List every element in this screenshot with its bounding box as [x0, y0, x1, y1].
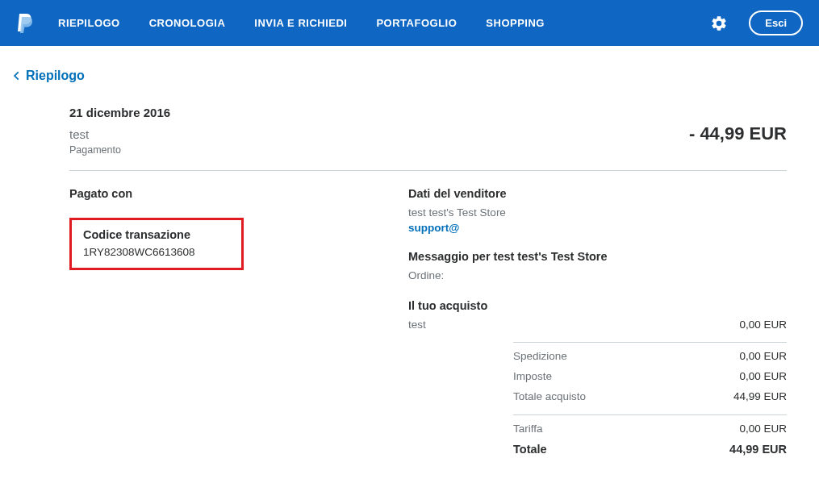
summary-fee-label: Tariffa	[513, 423, 543, 435]
summary-tax-value: 0,00 EUR	[739, 370, 787, 382]
seller-details-title: Dati del venditore	[408, 187, 787, 200]
summary-fee-value: 0,00 EUR	[739, 423, 787, 435]
chevron-left-icon	[11, 70, 23, 81]
back-link-label: Riepilogo	[26, 69, 85, 83]
transaction-date: 21 dicembre 2016	[69, 106, 170, 119]
left-column: Pagato con Codice transazione 1RY82308WC…	[69, 187, 408, 460]
paypal-logo[interactable]	[15, 12, 34, 35]
seller-email-link[interactable]: support@	[408, 222, 787, 234]
transaction-header: 21 dicembre 2016 test Pagamento - 44,99 …	[69, 106, 787, 171]
transaction-code-highlight: Codice transazione 1RY82308WC6613608	[69, 218, 244, 270]
paypal-logo-icon	[15, 12, 34, 35]
purchase-block: Il tuo acquisto test 0,00 EUR	[408, 299, 787, 331]
summary-divider-top	[513, 342, 787, 343]
transaction-amount: - 44,99 EUR	[689, 106, 787, 144]
gear-icon	[710, 15, 728, 32]
summary-subtotal-label: Totale acquisto	[513, 390, 586, 402]
transaction-columns: Pagato con Codice transazione 1RY82308WC…	[69, 171, 787, 460]
top-navigation: RIEPILOGO CRONOLOGIA INVIA E RICHIEDI PO…	[0, 0, 819, 46]
summary-shipping-label: Spedizione	[513, 350, 567, 362]
nav-menu: RIEPILOGO CRONOLOGIA INVIA E RICHIEDI PO…	[58, 17, 545, 29]
transaction-type: Pagamento	[69, 144, 170, 156]
logout-button[interactable]: Esci	[749, 10, 803, 35]
message-block: Messaggio per test test's Test Store Ord…	[408, 250, 787, 281]
summary-subtotal-value: 44,99 EUR	[733, 390, 787, 402]
purchase-item-name: test	[408, 319, 426, 331]
paid-with-title: Pagato con	[69, 187, 408, 200]
back-link[interactable]: Riepilogo	[0, 46, 819, 83]
summary-tax: Imposte 0,00 EUR	[513, 366, 787, 386]
nav-send-request[interactable]: INVIA E RICHIEDI	[254, 17, 347, 29]
nav-summary[interactable]: RIEPILOGO	[58, 17, 120, 29]
transaction-header-left: 21 dicembre 2016 test Pagamento	[69, 106, 170, 156]
summary-divider-mid	[513, 414, 787, 415]
seller-details: Dati del venditore test test's Test Stor…	[408, 187, 787, 234]
summary-shipping-value: 0,00 EUR	[739, 350, 787, 362]
transaction-code-title: Codice transazione	[83, 228, 230, 241]
settings-button[interactable]	[710, 15, 728, 32]
nav-right-controls: Esci	[710, 10, 803, 35]
summary-total-value: 44,99 EUR	[729, 443, 787, 456]
transaction-detail: 21 dicembre 2016 test Pagamento - 44,99 …	[0, 83, 819, 460]
purchase-title: Il tuo acquisto	[408, 299, 787, 312]
summary-fee: Tariffa 0,00 EUR	[513, 419, 787, 439]
transaction-merchant: test	[69, 127, 170, 141]
nav-wallet[interactable]: PORTAFOGLIO	[376, 17, 457, 29]
order-label: Ordine:	[408, 269, 787, 281]
summary-table: Spedizione 0,00 EUR Imposte 0,00 EUR Tot…	[513, 342, 787, 460]
right-column: Dati del venditore test test's Test Stor…	[408, 187, 787, 460]
summary-tax-label: Imposte	[513, 370, 552, 382]
seller-name: test test's Test Store	[408, 206, 787, 219]
transaction-code-value: 1RY82308WC6613608	[83, 246, 230, 258]
nav-shopping[interactable]: SHOPPING	[486, 17, 545, 29]
summary-shipping: Spedizione 0,00 EUR	[513, 346, 787, 366]
summary-subtotal: Totale acquisto 44,99 EUR	[513, 386, 787, 406]
summary-total-label: Totale	[513, 443, 547, 456]
purchase-item-amount: 0,00 EUR	[739, 319, 787, 331]
nav-history[interactable]: CRONOLOGIA	[149, 17, 226, 29]
summary-total: Totale 44,99 EUR	[513, 439, 787, 460]
message-title: Messaggio per test test's Test Store	[408, 250, 787, 263]
purchase-line-item: test 0,00 EUR	[408, 319, 787, 331]
